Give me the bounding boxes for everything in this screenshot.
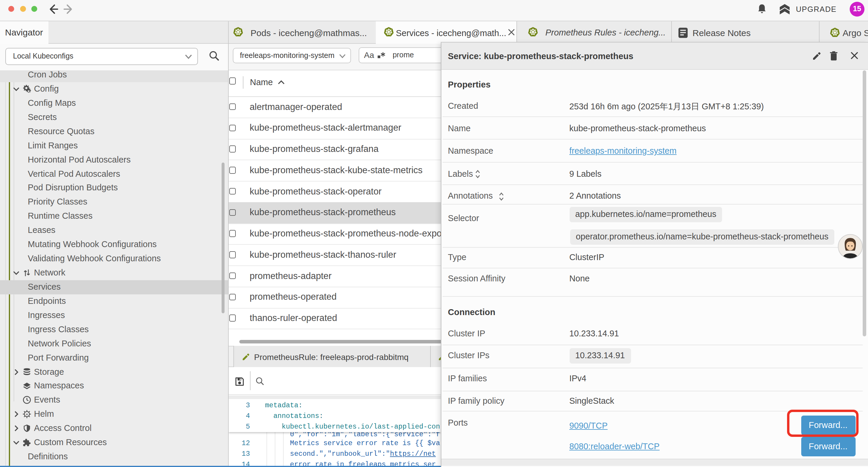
svg-text:H: H: [26, 413, 28, 416]
